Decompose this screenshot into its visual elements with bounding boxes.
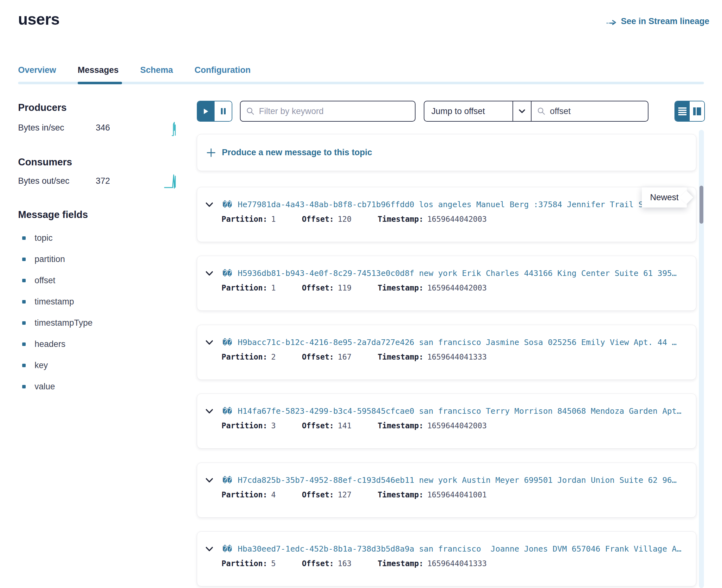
search-icon [246,107,254,115]
message-key-glyphs: �� [223,544,232,553]
topic-messages-page: users See in Stream lineage Overview Mes… [0,0,722,588]
search-icon [537,107,545,115]
square-bullet-icon [22,364,26,367]
column-view-icon [693,107,701,115]
list-view-button[interactable] [675,101,690,121]
field-item-headers: headers [22,339,92,360]
filter-field-wrap [240,101,415,122]
tab-bar: Overview Messages Schema Configuration [18,65,251,75]
tab-active-indicator [78,82,122,84]
field-item-key: key [22,360,92,382]
chevron-down-icon[interactable] [205,202,213,207]
timestamp-value: 1659644042003 [427,215,487,224]
message-meta: Partition:2 Offset:167 Timestamp:1659644… [197,353,696,361]
scrollbar-thumb[interactable] [700,186,703,224]
partition-value: 2 [271,353,276,361]
plus-icon [207,148,215,157]
partition-value: 1 [271,284,276,292]
pause-button[interactable] [214,101,232,121]
offset-value: 167 [338,353,351,361]
producers-metric: Bytes in/sec 346 [18,123,151,133]
partition-value: 1 [271,215,276,224]
partition-value: 4 [271,490,276,499]
offset-value: 141 [338,421,351,430]
lineage-link-label: See in Stream lineage [621,17,709,26]
timestamp-value: 1659644041333 [427,353,487,361]
list-view-icon [678,107,687,115]
field-item-value: value [22,382,92,403]
square-bullet-icon [22,236,26,240]
square-bullet-icon [22,300,26,303]
message-key-glyphs: �� [223,269,232,278]
message-row[interactable]: ��H14fa67fe-5823-4299-b3c4-595845cfcae0 … [197,394,696,448]
chevron-down-icon[interactable] [205,409,213,414]
produce-message-label: Produce a new message to this topic [222,148,372,158]
partition-value: 3 [271,421,276,430]
stream-lineage-link[interactable]: See in Stream lineage [606,17,709,26]
tab-overview[interactable]: Overview [18,65,56,75]
chevron-down-icon[interactable] [205,340,213,345]
view-toggle-group [675,101,705,122]
column-view-button[interactable] [690,101,704,121]
tab-schema[interactable]: Schema [140,65,173,75]
tab-configuration[interactable]: Configuration [194,65,251,75]
producers-sparkline [170,122,179,138]
message-key-glyphs: �� [223,338,232,347]
message-preview: He77981da-4a43-48ab-b8f8-cb71b96ffdd0 lo… [238,200,643,209]
newest-label: Newest [650,193,679,203]
message-row[interactable]: ��H9bacc71c-b12c-4216-8e95-2a7da727e426 … [197,325,696,380]
bytes-out-value: 372 [96,176,110,186]
tab-messages[interactable]: Messages [78,65,119,75]
filter-by-keyword-input[interactable] [259,106,409,116]
play-button[interactable] [198,101,214,121]
message-preview: H7cda825b-35b7-4952-88ef-c193d546eb11 ne… [238,476,677,485]
message-key-glyphs: �� [223,200,232,209]
play-pause-group [197,101,232,122]
offset-value: 127 [338,490,351,499]
field-item-timestampType: timestampType [22,318,92,339]
message-row[interactable]: ��He77981da-4a43-48ab-b8f8-cb71b96ffdd0 … [197,187,696,242]
message-meta: Partition:5 Offset:163 Timestamp:1659644… [197,559,696,568]
consumers-heading: Consumers [18,156,72,168]
message-row[interactable]: ��Hba30eed7-1edc-452b-8b1a-738d3b5d8a9a … [197,531,696,586]
message-preview: Hba30eed7-1edc-452b-8b1a-738d3b5d8a9a sa… [238,544,681,553]
square-bullet-icon [22,257,26,261]
newest-tooltip: Newest [642,187,687,208]
timestamp-value: 1659644042003 [427,284,487,292]
message-meta: Partition:4 Offset:127 Timestamp:1659644… [197,490,696,499]
timestamp-value: 1659644041001 [427,490,487,499]
offset-field-wrap [531,101,648,122]
play-icon [204,108,209,114]
message-meta: Partition:1 Offset:120 Timestamp:1659644… [197,215,696,224]
chevron-down-icon[interactable] [205,271,213,276]
field-item-offset: offset [22,276,92,297]
message-fields-list: topic partition offset timestamp timesta… [22,233,92,403]
offset-value: 119 [338,284,351,292]
jump-to-offset-select[interactable]: Jump to offset [424,101,532,122]
bytes-in-value: 346 [96,123,110,133]
offset-value: 163 [338,559,351,568]
message-row[interactable]: ��H7cda825b-35b7-4952-88ef-c193d546eb11 … [197,463,696,518]
partition-value: 5 [271,559,276,568]
chevron-down-icon[interactable] [205,546,213,551]
message-preview: H5936db81-b943-4e0f-8c29-74513e0c0d8f ne… [238,269,677,278]
offset-search-input[interactable] [550,106,662,116]
square-bullet-icon [22,342,26,346]
page-title: users [18,10,60,28]
chevron-down-icon[interactable] [205,478,213,483]
lineage-arrow-icon [606,17,617,26]
square-bullet-icon [22,385,26,388]
producers-heading: Producers [18,102,66,113]
message-key-glyphs: �� [223,406,232,416]
consumers-metric: Bytes out/sec 372 [18,176,151,186]
bytes-out-label: Bytes out/sec [18,176,96,186]
message-fields-heading: Message fields [18,209,88,220]
produce-message-button[interactable]: Produce a new message to this topic [197,134,696,171]
offset-value: 120 [338,215,351,224]
chevron-down-icon [513,101,531,121]
square-bullet-icon [22,321,26,325]
jump-select-value: Jump to offset [425,106,513,116]
bytes-in-label: Bytes in/sec [18,123,96,133]
message-row[interactable]: ��H5936db81-b943-4e0f-8c29-74513e0c0d8f … [197,256,696,311]
field-item-timestamp: timestamp [22,297,92,318]
